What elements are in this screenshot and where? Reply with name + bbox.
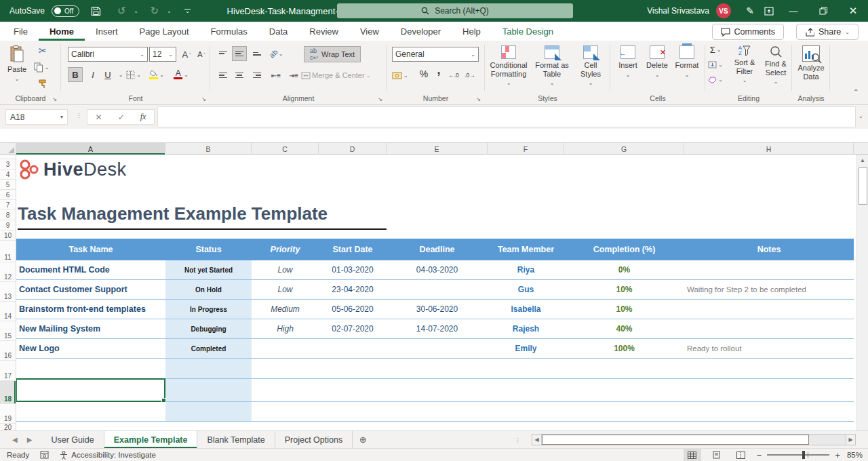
empty-table-row[interactable] bbox=[16, 359, 854, 379]
inking-pen-icon[interactable]: ✎ bbox=[741, 3, 760, 19]
search-input[interactable]: Search (Alt+Q) bbox=[337, 3, 573, 18]
autosum-icon[interactable]: Σ⌄ bbox=[708, 43, 723, 56]
table-row[interactable]: Document HTML Code Not yet Started Low 0… bbox=[16, 260, 854, 280]
font-size-select[interactable]: 12⌄ bbox=[149, 47, 176, 62]
conditional-formatting-button[interactable]: Conditional Formatting⌄ bbox=[488, 41, 530, 94]
zoom-slider-thumb[interactable] bbox=[802, 451, 805, 459]
shrink-font-button[interactable]: Aˇ bbox=[194, 47, 209, 62]
font-color-icon[interactable]: A ⌄ bbox=[174, 67, 189, 82]
tab-page-layout[interactable]: Page Layout bbox=[129, 22, 200, 41]
select-all-corner[interactable] bbox=[0, 143, 16, 155]
sheet-nav-left-icon[interactable]: ◀ bbox=[12, 436, 18, 443]
column-header-a[interactable]: A bbox=[16, 143, 165, 155]
cancel-icon[interactable]: ✕ bbox=[96, 113, 102, 122]
paste-button[interactable]: Paste⌄ bbox=[4, 41, 30, 94]
user-name[interactable]: Vishal Srivastava bbox=[647, 6, 709, 16]
column-header-h[interactable]: H bbox=[684, 143, 854, 155]
grow-font-button[interactable]: Aˆ bbox=[179, 47, 194, 62]
row-header[interactable]: 9 bbox=[0, 220, 16, 230]
tab-file[interactable]: File bbox=[3, 22, 39, 41]
row-header[interactable]: 11 bbox=[0, 241, 16, 262]
share-button[interactable]: Share ⌄ bbox=[796, 24, 859, 40]
minimize-button[interactable]: — bbox=[778, 0, 808, 22]
column-header-g[interactable]: G bbox=[564, 143, 684, 155]
collapse-ribbon-icon[interactable]: ⌃ bbox=[853, 88, 859, 96]
insert-cells-button[interactable]: ← Insert⌄ bbox=[614, 41, 642, 94]
number-dialog-launcher-icon[interactable]: ↘ bbox=[476, 96, 481, 102]
percent-style-icon[interactable]: % bbox=[416, 66, 431, 81]
increase-decimal-icon[interactable]: ←.0 bbox=[446, 68, 461, 83]
page-break-preview-icon[interactable] bbox=[732, 449, 750, 461]
decrease-indent-icon[interactable]: ⇤≡ bbox=[269, 68, 283, 83]
row-header[interactable]: 19 bbox=[0, 404, 16, 424]
format-as-table-button[interactable]: Format as Table⌄ bbox=[532, 41, 572, 94]
alignment-dialog-launcher-icon[interactable]: ↘ bbox=[378, 96, 382, 102]
row-header[interactable]: 15 bbox=[0, 321, 16, 341]
cut-icon[interactable]: ✂ bbox=[35, 43, 50, 58]
borders-icon[interactable]: ⌄ bbox=[126, 67, 141, 82]
undo-icon[interactable]: ↺ bbox=[112, 3, 131, 19]
sheet-nav-right-icon[interactable]: ▶ bbox=[27, 436, 33, 443]
empty-table-row[interactable] bbox=[16, 402, 854, 422]
table-row[interactable]: Contact Customer Support On Hold Low 23-… bbox=[16, 280, 854, 300]
delete-cells-button[interactable]: ✕ Delete⌄ bbox=[643, 41, 671, 94]
row-header[interactable]: 7 bbox=[0, 200, 16, 210]
avatar[interactable]: VS bbox=[716, 3, 731, 18]
undo-dropdown-icon[interactable]: ⌄ bbox=[134, 8, 138, 14]
accessibility-status[interactable]: Accessibility: Investigate bbox=[60, 451, 156, 460]
table-row[interactable]: New Mailing System Debugging High 02-07-… bbox=[16, 319, 854, 339]
table-row[interactable]: Brainstorm front-end templates In Progre… bbox=[16, 300, 854, 319]
bold-button[interactable]: B bbox=[68, 67, 83, 82]
middle-align-icon[interactable] bbox=[232, 46, 247, 61]
row-header[interactable]: 4 bbox=[0, 169, 16, 180]
number-format-select[interactable]: General⌄ bbox=[392, 47, 479, 62]
row-header[interactable]: 13 bbox=[0, 282, 16, 302]
sheet-canvas[interactable]: HiveDesk Task Management Example Templat… bbox=[16, 155, 854, 430]
new-sheet-icon[interactable]: ⊕ bbox=[353, 431, 373, 448]
sheet-tab-user-guide[interactable]: User Guide bbox=[41, 431, 104, 448]
horizontal-scrollbar[interactable]: ◀ ▶ bbox=[532, 434, 856, 445]
table-row[interactable]: New Logo Completed Emily 100% Ready to r… bbox=[16, 339, 854, 359]
top-align-icon[interactable] bbox=[216, 46, 231, 61]
comments-button[interactable]: Comments bbox=[712, 24, 784, 40]
tab-formulas[interactable]: Formulas bbox=[200, 22, 258, 41]
normal-view-icon[interactable] bbox=[684, 449, 701, 461]
expand-formula-bar-icon[interactable]: ⌄ bbox=[859, 113, 863, 119]
vertical-scroll-thumb[interactable] bbox=[859, 167, 867, 205]
quick-access-customize-icon[interactable]: ⌄ bbox=[178, 3, 197, 19]
save-icon[interactable] bbox=[86, 3, 105, 19]
comma-style-icon[interactable]: , bbox=[431, 62, 446, 77]
close-button[interactable]: ✕ bbox=[838, 0, 868, 22]
align-left-icon[interactable] bbox=[216, 68, 231, 83]
column-header-e[interactable]: E bbox=[387, 143, 488, 155]
tab-insert[interactable]: Insert bbox=[85, 22, 129, 41]
sheet-tab-example-template[interactable]: Example Template bbox=[104, 431, 198, 448]
sheet-tab-project-options[interactable]: Project Options bbox=[275, 431, 353, 448]
decrease-decimal-icon[interactable]: .0→ bbox=[462, 68, 477, 83]
horizontal-scroll-thumb[interactable] bbox=[542, 435, 809, 445]
row-header[interactable]: 10 bbox=[0, 230, 16, 241]
restore-button[interactable] bbox=[808, 0, 838, 22]
redo-dropdown-icon[interactable]: ⌄ bbox=[167, 8, 172, 14]
tab-developer[interactable]: Developer bbox=[390, 22, 452, 41]
column-header-f[interactable]: F bbox=[488, 143, 564, 155]
active-cell-selection[interactable] bbox=[16, 378, 165, 402]
merge-center-button[interactable]: Merge & Center⌄ bbox=[298, 68, 373, 83]
font-dialog-launcher-icon[interactable]: ↘ bbox=[201, 96, 206, 102]
clipboard-dialog-launcher-icon[interactable]: ↘ bbox=[52, 96, 57, 102]
row-header[interactable]: 5 bbox=[0, 180, 16, 190]
name-box[interactable]: A18 ▾ bbox=[5, 109, 68, 125]
sheet-tab-blank-template[interactable]: Blank Template bbox=[197, 431, 275, 448]
scroll-right-icon[interactable]: ▶ bbox=[846, 434, 856, 445]
bottom-align-icon[interactable] bbox=[250, 46, 264, 61]
zoom-in-icon[interactable]: + bbox=[835, 450, 840, 460]
formula-input[interactable] bbox=[157, 106, 856, 127]
accounting-format-icon[interactable]: ⌄ bbox=[392, 68, 408, 83]
copy-icon[interactable]: ⌄ bbox=[34, 60, 50, 75]
format-painter-icon[interactable] bbox=[35, 76, 50, 91]
column-header-b[interactable]: B bbox=[165, 143, 252, 155]
autosave-toggle[interactable]: Off bbox=[52, 5, 79, 17]
scroll-up-icon[interactable]: ▲ bbox=[857, 155, 868, 166]
row-header[interactable]: 14 bbox=[0, 302, 16, 321]
row-header[interactable]: 16 bbox=[0, 341, 16, 361]
